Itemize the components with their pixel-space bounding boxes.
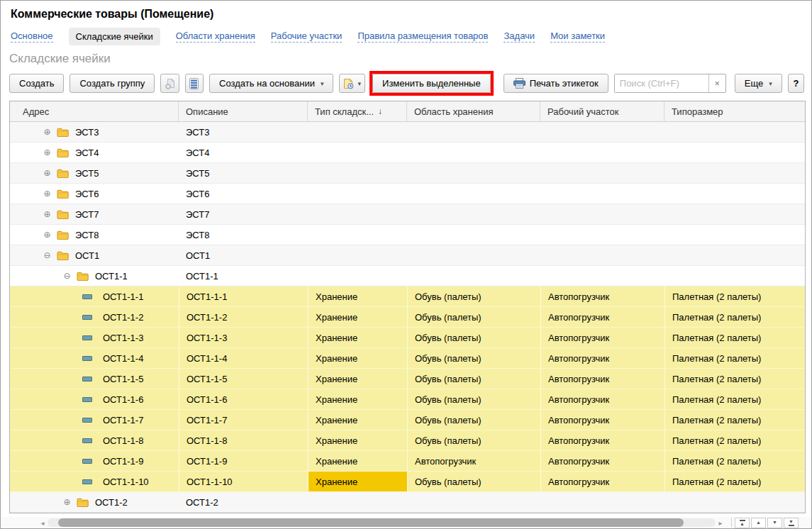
column-header-work-zone[interactable]: Рабочий участок (540, 101, 664, 121)
table-row[interactable]: ⊕ЭСТ3ЭСТ3 (10, 122, 805, 143)
cell-description[interactable]: ЭСТ4 (179, 143, 308, 162)
cell-size-type[interactable]: Палетная (2 палеты) (664, 472, 806, 491)
go-last-row-button[interactable]: ▼ (784, 518, 799, 528)
table-row[interactable]: ОСТ1-1-10ОСТ1-1-10ХранениеОбувь (палеты)… (10, 472, 805, 492)
cell-size-type[interactable] (664, 266, 806, 286)
cell-description[interactable]: ОСТ1-1-2 (179, 307, 308, 327)
table-row[interactable]: ОСТ1-1-2ОСТ1-1-2ХранениеОбувь (палеты)Ав… (10, 307, 805, 328)
cell-size-type[interactable] (664, 204, 806, 224)
cell-description[interactable]: ОСТ1 (179, 245, 308, 265)
cell-size-type[interactable] (664, 184, 806, 204)
cell-type[interactable]: Хранение (308, 286, 407, 306)
scrollbar-track[interactable] (48, 518, 716, 527)
scrollbar-thumb[interactable] (58, 518, 684, 527)
table-row[interactable]: ОСТ1-1-9ОСТ1-1-9ХранениеАвтопогрузчикАвт… (10, 451, 805, 472)
table-row[interactable]: ⊕ЭСТ6ЭСТ6 (10, 184, 805, 204)
list-view-button[interactable] (185, 74, 204, 93)
table-row[interactable]: ОСТ1-1-6ОСТ1-1-6ХранениеОбувь (палеты)Ав… (10, 389, 805, 410)
tab-warehouse-cells[interactable]: Складские ячейки (69, 28, 160, 45)
expand-node-icon[interactable]: ⊕ (43, 147, 52, 157)
create-based-on-button[interactable]: Создать на основании ▾ (209, 74, 333, 93)
scroll-right-icon[interactable]: ▸ (716, 518, 725, 528)
cell-storage-area[interactable] (407, 143, 540, 162)
tab-tasks[interactable]: Задачи (504, 30, 535, 43)
cell-work-zone[interactable] (540, 492, 664, 512)
cell-size-type[interactable]: Палетная (2 палеты) (664, 410, 806, 430)
cell-storage-area[interactable]: Обувь (палеты) (407, 410, 540, 430)
tab-my-notes[interactable]: Мои заметки (550, 30, 605, 43)
cell-type[interactable] (308, 204, 407, 224)
cell-address[interactable]: ОСТ1-1-8 (10, 430, 179, 450)
cell-work-zone[interactable] (540, 122, 664, 142)
cell-size-type[interactable]: Палетная (2 палеты) (664, 307, 806, 327)
expand-node-icon[interactable]: ⊕ (43, 230, 52, 240)
cell-description[interactable]: ОСТ1-1-3 (179, 328, 308, 347)
cell-address[interactable]: ОСТ1-1-3 (10, 328, 179, 347)
cell-storage-area[interactable]: Обувь (палеты) (407, 328, 540, 347)
cell-work-zone[interactable]: Автопогрузчик (540, 389, 664, 409)
table-row[interactable]: ⊕ЭСТ4ЭСТ4 (10, 143, 805, 163)
cell-description[interactable]: ЭСТ3 (179, 122, 308, 142)
tab-storage-areas[interactable]: Области хранения (176, 30, 255, 43)
cell-type[interactable] (308, 245, 407, 265)
cell-size-type[interactable]: Палетная (2 палеты) (664, 348, 806, 368)
cell-work-zone[interactable] (540, 204, 664, 224)
cell-address[interactable]: ⊕ЭСТ3 (10, 122, 179, 142)
cell-size-type[interactable] (664, 163, 806, 183)
collapse-node-icon[interactable]: ⊖ (62, 271, 72, 281)
table-row[interactable]: ОСТ1-1-7ОСТ1-1-7ХранениеОбувь (палеты)Ав… (10, 410, 805, 430)
cell-work-zone[interactable] (540, 266, 664, 286)
cell-storage-area[interactable] (407, 204, 540, 224)
cell-type[interactable]: Хранение (308, 389, 407, 409)
cell-address[interactable]: ОСТ1-1-10 (10, 472, 179, 491)
expand-node-icon[interactable]: ⊕ (43, 168, 52, 178)
cell-work-zone[interactable]: Автопогрузчик (540, 472, 664, 491)
cell-address[interactable]: ⊖ОСТ1-1 (10, 266, 179, 286)
column-header-size-type[interactable]: Типоразмер (664, 101, 806, 121)
cell-type[interactable]: Хранение (308, 307, 407, 327)
cell-size-type[interactable]: Палетная (2 палеты) (664, 286, 806, 306)
cell-description[interactable]: ОСТ1-1-8 (179, 430, 308, 450)
cell-description[interactable]: ЭСТ6 (179, 184, 308, 204)
edit-selected-button[interactable]: Изменить выделенные (372, 74, 491, 93)
tab-work-zones[interactable]: Рабочие участки (271, 30, 343, 43)
cell-storage-area[interactable]: Обувь (палеты) (407, 369, 540, 389)
cell-work-zone[interactable] (540, 143, 664, 162)
cell-address[interactable]: ⊖ОСТ1 (10, 245, 179, 265)
cell-work-zone[interactable]: Автопогрузчик (540, 286, 664, 306)
cell-storage-area[interactable]: Обувь (палеты) (407, 472, 540, 491)
cell-type[interactable]: Хранение (308, 410, 407, 430)
table-row[interactable]: ⊖ОСТ1-1ОСТ1-1 (10, 266, 805, 286)
tab-placement-rules[interactable]: Правила размещения товаров (357, 30, 488, 43)
cell-type[interactable] (308, 492, 407, 512)
copy-item-button[interactable] (160, 74, 179, 93)
cell-size-type[interactable] (664, 143, 806, 162)
cell-storage-area[interactable] (407, 245, 540, 265)
cell-address[interactable]: ОСТ1-1-5 (10, 369, 179, 389)
cell-description[interactable]: ОСТ1-1-9 (179, 451, 308, 471)
column-header-address[interactable]: Адрес (10, 101, 179, 121)
cell-size-type[interactable]: Палетная (2 палеты) (664, 430, 806, 450)
table-row[interactable]: ОСТ1-1-8ОСТ1-1-8ХранениеОбувь (палеты)Ав… (10, 430, 805, 451)
cell-description[interactable]: ОСТ1-1-6 (179, 389, 308, 409)
cell-description[interactable]: ОСТ1-1-7 (179, 410, 308, 430)
cell-address[interactable]: ОСТ1-1-6 (10, 389, 179, 409)
table-row[interactable]: ⊕ЭСТ5ЭСТ5 (10, 163, 805, 184)
cell-type[interactable] (308, 122, 407, 142)
cell-size-type[interactable] (664, 492, 806, 512)
cell-work-zone[interactable]: Автопогрузчик (540, 430, 664, 450)
cell-description[interactable]: ОСТ1-1-5 (179, 369, 308, 389)
cell-storage-area[interactable] (407, 163, 540, 183)
cell-type[interactable] (308, 225, 407, 245)
cell-storage-area[interactable]: Обувь (палеты) (407, 286, 540, 306)
cell-work-zone[interactable]: Автопогрузчик (540, 410, 664, 430)
cell-size-type[interactable]: Палетная (2 палеты) (664, 369, 806, 389)
cell-address[interactable]: ОСТ1-1-9 (10, 451, 179, 471)
cell-type-selected[interactable]: Хранение (308, 472, 407, 491)
cell-type[interactable]: Хранение (308, 451, 407, 471)
scroll-left-icon[interactable]: ◂ (38, 518, 48, 528)
cell-address[interactable]: ОСТ1-1-2 (10, 307, 179, 327)
column-header-description[interactable]: Описание (179, 101, 308, 121)
cell-size-type[interactable] (664, 122, 806, 142)
cell-address[interactable]: ОСТ1-1-4 (10, 348, 179, 368)
